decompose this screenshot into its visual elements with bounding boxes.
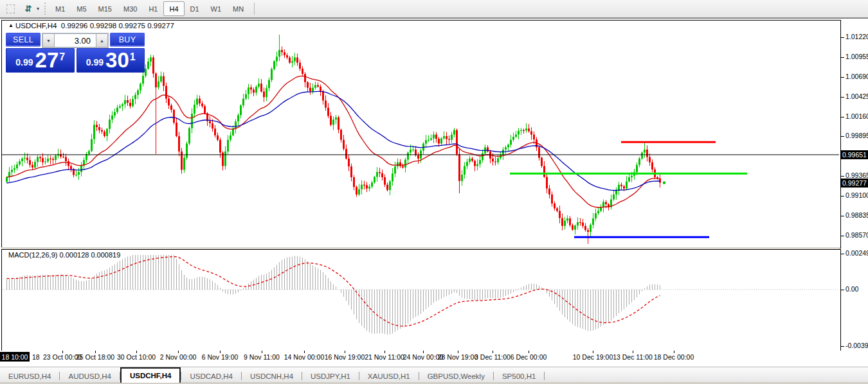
- indicators-icon[interactable]: ⇵: [21, 2, 36, 15]
- timeframe-button-m1[interactable]: M1: [50, 1, 71, 16]
- chart-tab-usdchf[interactable]: USDCHF,H4: [120, 367, 181, 383]
- axis-tick-label: -0.003913: [845, 342, 868, 349]
- toolbar-grip[interactable]: [44, 3, 46, 15]
- macd-signal-value: 0.000819: [91, 251, 120, 259]
- chart-shift-icon[interactable]: [3, 2, 18, 15]
- arrows-icon: ⇵: [25, 4, 32, 13]
- axis-tick-label: 0.98570: [845, 231, 868, 239]
- axis-tick-label: 0.99100: [845, 191, 868, 199]
- axis-tick-mark: [841, 97, 844, 98]
- price-chart-pane[interactable]: ▲USDCHF,H4 0.99296 0.99298 0.99275 0.992…: [1, 20, 841, 249]
- chart-tab-usdjpy[interactable]: USDJPY,H1: [302, 369, 359, 383]
- time-axis-label: 6 Nov 19:00: [202, 353, 239, 361]
- chart-tab-xauusd[interactable]: XAUUSD,H1: [359, 369, 419, 383]
- time-axis-label: 25 Oct 18:00: [76, 353, 114, 361]
- chart-tab-sp500[interactable]: SP500,H1: [494, 369, 544, 383]
- time-axis-label: 9 Nov 11:00: [244, 353, 280, 361]
- time-axis-selected-label: 18 10:00: [0, 352, 30, 362]
- axis-tick-label: 0.99895: [845, 132, 868, 139]
- axis-tick-label: 0.00: [845, 285, 858, 293]
- dashed-rect-icon: [6, 4, 15, 13]
- time-axis-label: 13 Dec 11:00: [613, 353, 653, 361]
- axis-tick-mark: [841, 136, 844, 137]
- time-axis[interactable]: 18 10:00 1823 Oct 00:0025 Oct 18:0030 Oc…: [0, 351, 841, 367]
- price-axis[interactable]: 1.012201.009551.006901.004251.001600.998…: [841, 19, 868, 367]
- buy-price-prefix: 0.99: [86, 57, 104, 67]
- axis-tick-mark: [841, 236, 844, 236]
- collapse-arrow-icon[interactable]: ▲: [8, 22, 14, 28]
- trading-platform-window: ⇵ ▾ M1M5M15M30H1H4D1W1MN ▲USDCHF,H4 0.99…: [0, 0, 868, 384]
- buy-price-box[interactable]: 0.99 30 1: [77, 48, 145, 73]
- macd-name: MACD(12,26,9): [8, 251, 57, 259]
- chart-tab-usdcnh[interactable]: USDCNH,H4: [242, 369, 302, 383]
- time-axis-label: 10 Dec 19:00: [573, 353, 613, 361]
- time-axis-label: 28 Nov 19:00: [438, 353, 478, 361]
- macd-pane[interactable]: MACD(12,26,9) 0.000128 0.000819: [1, 249, 841, 352]
- quote-high: 0.99298: [90, 22, 117, 30]
- timeframe-button-mn[interactable]: MN: [227, 1, 249, 16]
- sell-price-main: 27: [35, 51, 59, 70]
- axis-tick-mark: [841, 216, 844, 216]
- axis-tick-mark: [841, 290, 844, 290]
- macd-chart: [2, 250, 839, 350]
- time-axis-label: 6 Dec 00:00: [511, 353, 547, 361]
- timeframe-button-m30[interactable]: M30: [118, 1, 143, 16]
- axis-tick-mark: [841, 57, 844, 58]
- price-axis-boxed-label: 0.99277: [841, 179, 868, 188]
- volume-input[interactable]: 3.00: [55, 33, 96, 48]
- buy-price-main: 30: [105, 51, 129, 70]
- chart-tab-usdcad[interactable]: USDCAD,H4: [181, 369, 240, 383]
- axis-tick-mark: [841, 346, 844, 347]
- axis-tick-mark: [841, 176, 844, 177]
- chart-tabs-bar: EURUSD,H4AUDUSD,H4USDCHF,H4USDCAD,H4USDC…: [0, 367, 868, 383]
- macd-label: MACD(12,26,9) 0.000128 0.000819: [8, 251, 120, 259]
- top-toolbar: ⇵ ▾ M1M5M15M30H1H4D1W1MN: [0, 0, 868, 18]
- axis-tick-label: 1.00425: [845, 92, 868, 100]
- dropdown-caret-icon[interactable]: ▾: [37, 6, 39, 12]
- axis-tick-mark: [841, 37, 844, 38]
- time-axis-label: 14 Nov 00:00: [284, 353, 324, 361]
- timeframe-button-m15[interactable]: M15: [93, 1, 118, 16]
- time-axis-label: 3 Dec 11:00: [475, 353, 511, 361]
- time-axis-label: 16 Nov 19:00: [325, 353, 365, 361]
- sell-price-box[interactable]: 0.99 27 7: [6, 48, 75, 73]
- axis-tick-label: 1.00160: [845, 112, 868, 120]
- chart-tab-eurusd[interactable]: EURUSD,H4: [0, 369, 59, 383]
- quote-close: 0.99277: [147, 22, 174, 30]
- time-axis-label: 30 Oct 10:00: [117, 353, 156, 361]
- timeframe-group: M1M5M15M30H1H4D1W1MN: [50, 1, 249, 16]
- quote-low: 0.99275: [118, 22, 145, 30]
- time-axis-label: 21 Nov 11:00: [365, 353, 404, 361]
- volume-increase-button[interactable]: ▲: [96, 33, 108, 48]
- buy-button[interactable]: BUY: [110, 33, 145, 47]
- axis-tick-mark: [841, 117, 844, 118]
- quote-open: 0.99296: [61, 22, 88, 30]
- axis-tick-label: 1.00955: [845, 53, 868, 60]
- chart-tab-audusd[interactable]: AUDUSD,H4: [60, 369, 119, 383]
- timeframe-button-h1[interactable]: H1: [143, 1, 163, 16]
- axis-tick-mark: [841, 254, 844, 254]
- sell-price-prefix: 0.99: [15, 57, 33, 67]
- timeframe-button-d1[interactable]: D1: [185, 1, 205, 16]
- timeframe-button-w1[interactable]: W1: [205, 1, 228, 16]
- volume-decrease-button[interactable]: ▼: [42, 33, 55, 48]
- toolbar-separator: [254, 3, 255, 15]
- chart-region: ▲USDCHF,H4 0.99296 0.99298 0.99275 0.992…: [0, 19, 868, 367]
- time-axis-label: 2 Nov 00:00: [160, 353, 197, 361]
- price-axis-boxed-label: 0.99651: [841, 150, 868, 159]
- tab-separator: [544, 372, 545, 380]
- axis-tick-label: 0.002492: [845, 249, 868, 257]
- quote-header: ▲USDCHF,H4 0.99296 0.99298 0.99275 0.992…: [8, 22, 174, 30]
- axis-tick-mark: [841, 77, 844, 78]
- axis-tick-label: 1.00690: [845, 73, 868, 80]
- axis-tick-label: 0.98835: [845, 211, 868, 219]
- axis-tick-mark: [841, 196, 844, 196]
- axis-tick-label: 1.01220: [845, 33, 868, 40]
- time-axis-label: 18 Dec 00:00: [654, 353, 694, 361]
- timeframe-button-m5[interactable]: M5: [71, 1, 92, 16]
- symbol-label: USDCHF,H4: [15, 22, 57, 30]
- timeframe-button-h4[interactable]: H4: [163, 1, 184, 16]
- chart-tab-gbpusd[interactable]: GBPUSD,Weekly: [419, 369, 493, 383]
- sell-price-pip: 7: [59, 51, 65, 63]
- sell-button[interactable]: SELL: [6, 33, 41, 47]
